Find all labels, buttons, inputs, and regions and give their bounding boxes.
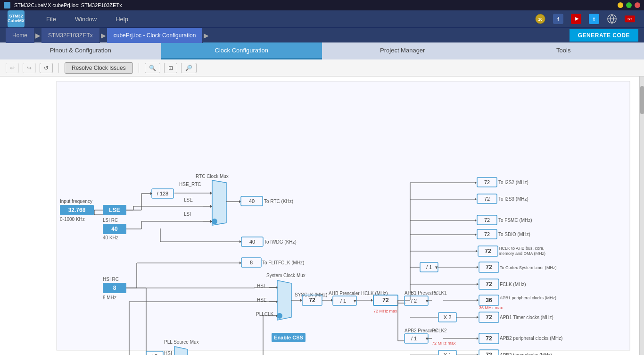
div128-label: / 128 [157, 191, 168, 196]
svg-text:t: t [593, 16, 595, 23]
logo: STM32CubeMX [8, 10, 27, 27]
apb1-out-label: APB1 peripheral clocks (MHz) [500, 296, 556, 300]
apb1-timer-label: APB1 Timer clocks (MHz) [500, 315, 553, 320]
rtc-mux-selector [212, 219, 217, 224]
fit-button[interactable]: ⊡ [164, 63, 177, 73]
tab-project[interactable]: Project Manager [322, 42, 483, 59]
close-button[interactable] [635, 2, 640, 8]
nav-arrow-2: ▶ [101, 32, 106, 39]
hsi-unit: 8 MHz [103, 295, 116, 300]
cortex-label: To Cortex System timer (MHz) [500, 265, 557, 270]
nav-arrow-3: ▶ [204, 32, 209, 39]
apb2-div: / 1 [411, 336, 417, 341]
to-iwdg-value: 40 [249, 239, 255, 245]
input-freq-label-top: Input frequency [60, 199, 92, 204]
generate-code-button[interactable]: GENERATE CODE [570, 29, 638, 42]
lse-range-label: 0-1000 KHz [60, 217, 85, 222]
ahb-prescaler-label: AHB Prescaler [329, 291, 360, 296]
clock-toolbar: ↩ ↪ ↺ Resolve Clock Issues 🔍 ⊡ 🔍 [0, 59, 644, 76]
twitter-icon[interactable]: t [587, 12, 601, 25]
apb1-div: / 2 [411, 298, 417, 304]
pclk1-label: PCLK1 [432, 290, 447, 296]
svg-text:▾: ▾ [354, 298, 356, 304]
rtc-mux-label: RTC Clock Mux [196, 174, 229, 179]
tabs-bar: Pinout & Configuration Clock Configurati… [0, 42, 644, 59]
nav-board[interactable]: STM32F103ZETx [41, 28, 100, 43]
to-i2s2-value: 72 [484, 179, 490, 185]
to-fsmc-value: 72 [484, 217, 490, 223]
anniversary-icon: 10 [534, 12, 547, 25]
pclk2-label: PCLK2 [432, 328, 447, 333]
apb2-out-label: APB2 peripheral clocks (MHz) [500, 336, 562, 341]
lsi-unit: 40 KHz [103, 235, 118, 240]
minimize-button[interactable] [618, 2, 623, 8]
hse-rtc-label: HSE_RTC [179, 182, 201, 187]
zoom-in-button[interactable]: 🔍 [145, 63, 160, 73]
st-logo-icon[interactable]: ST [623, 12, 636, 25]
to-i2s3-value: 72 [484, 196, 490, 202]
tab-tools[interactable]: Tools [483, 42, 644, 59]
nav-home[interactable]: Home [6, 28, 34, 43]
cortex-value: 72 [486, 264, 492, 270]
window-title: STM32CubeMX cubePrj.ioc: STM32F103ZETx [14, 2, 618, 8]
x1-label: X 1 [444, 352, 452, 355]
to-flit-label: To FLITFCLK (MHz) [262, 260, 304, 265]
lse-label: LSE [109, 207, 120, 213]
to-i2s2-label: To I2S2 (MHz) [498, 180, 528, 185]
hsi-value: 8 [113, 285, 116, 291]
svg-text:▾: ▾ [426, 298, 429, 304]
lsi-value: 40 [111, 226, 118, 232]
tab-pinout[interactable]: Pinout & Configuration [0, 42, 161, 59]
menu-help[interactable]: Help [108, 14, 136, 25]
hsi-div2-label: / 2 [152, 353, 157, 355]
navbar: Home ▶ STM32F103ZETx ▶ cubePrj.ioc - Clo… [0, 27, 644, 42]
redo-icon: ↪ [27, 65, 32, 71]
pll-source-mux-label: PLL Source Mux [164, 339, 199, 345]
to-flit-value: 8 [250, 260, 253, 265]
pclk2-max: 72 MHz max [432, 341, 456, 346]
fclk-label: FCLK (MHz) [500, 282, 526, 287]
sys-clk-mux-label: System Clock Mux [266, 273, 305, 278]
zoom-out-button[interactable]: 🔍 [181, 63, 197, 73]
apb1-out-value: 36 [486, 297, 492, 304]
nav-project[interactable]: cubePrj.ioc - Clock Configuration [107, 28, 203, 43]
toolbar-separator-2 [139, 63, 139, 73]
maximize-button[interactable] [626, 2, 632, 8]
svg-text:10: 10 [538, 17, 543, 22]
svg-text:f: f [557, 16, 560, 23]
facebook-icon[interactable]: f [552, 12, 565, 25]
hclk-ahb-value: 72 [485, 248, 491, 254]
fit-icon: ⊡ [168, 65, 173, 71]
refresh-button[interactable]: ↺ [40, 63, 53, 73]
sysclk-value: 72 [309, 297, 315, 304]
menu-window[interactable]: Window [67, 14, 104, 25]
menubar: STM32CubeMX File Window Help 10 f t ST [0, 10, 644, 27]
apb1-timer-value: 72 [486, 314, 492, 321]
zoom-in-icon: 🔍 [149, 65, 156, 71]
hclk-ahb-label2: memory and DMA (MHz) [499, 251, 545, 256]
undo-icon: ↩ [10, 65, 15, 71]
undo-button[interactable]: ↩ [6, 63, 19, 73]
lse-mux-label: LSE [184, 197, 193, 203]
apb2-timer-label: APB2 timer clocks (MHz) [500, 353, 552, 355]
lsi-rc-label: LSI RC [103, 218, 118, 223]
hclk-value: 72 [382, 297, 389, 304]
menu-file[interactable]: File [39, 14, 64, 25]
rtc-mux-body [212, 180, 226, 225]
redo-button[interactable]: ↪ [23, 63, 36, 73]
hsi-rc-label: HSI RC [103, 277, 119, 282]
cortex-div: / 1 [426, 264, 432, 270]
resolve-clock-button[interactable]: Resolve Clock Issues [65, 62, 133, 74]
apb1-max: 36 MHz max [479, 305, 503, 310]
youtube-icon[interactable] [570, 12, 583, 25]
hclk-max: 72 MHz max [373, 309, 397, 313]
titlebar: STM32CubeMX cubePrj.ioc: STM32F103ZETx [0, 0, 644, 10]
network-icon[interactable] [605, 12, 619, 25]
to-rtc-value: 40 [249, 198, 255, 204]
svg-text:ST: ST [627, 17, 632, 21]
to-sdio-top-value: 72 [484, 231, 490, 237]
tab-clock[interactable]: Clock Configuration [161, 42, 322, 59]
scrollbar-right[interactable] [639, 76, 644, 355]
hclk-ahb-label1: HCLK to AHB bus, core, [499, 246, 545, 251]
social-icons: 10 f t ST [534, 12, 636, 25]
